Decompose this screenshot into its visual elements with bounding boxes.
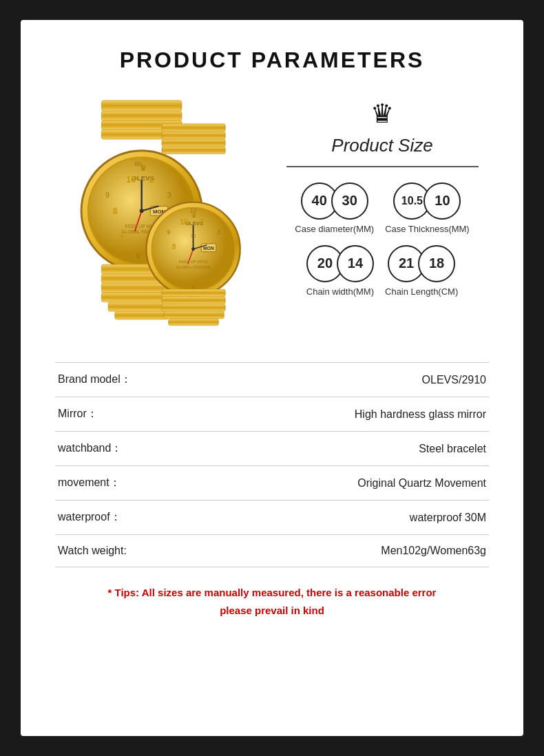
case-diameter-label: Case diameter(MM) <box>295 224 374 234</box>
spec-label: Brand model： <box>55 363 193 397</box>
case-thickness-label: Case Thickness(MM) <box>385 224 470 234</box>
product-size-title: Product Size <box>331 135 432 156</box>
specs-table: Brand model： OLEVS/2910 Mirror： High har… <box>55 362 489 567</box>
size-row-1: 40 30 Case diameter(MM) 10.5 1 <box>295 182 469 234</box>
spec-value: Steel bracelet <box>193 432 489 466</box>
chain-width-circles: 20 14 <box>306 245 374 282</box>
chain-width-women: 14 <box>337 245 374 282</box>
svg-rect-34 <box>162 139 225 147</box>
svg-text:60: 60 <box>134 160 142 167</box>
svg-rect-35 <box>162 147 225 154</box>
case-diameter-circles: 40 30 <box>301 182 368 220</box>
chain-width-group: 20 14 Chain width(MM) <box>306 245 374 297</box>
spec-label: watchband： <box>55 432 193 466</box>
svg-rect-31 <box>115 311 169 319</box>
spec-value: Original Quartz Movement <box>193 466 489 501</box>
svg-rect-61 <box>169 319 219 326</box>
svg-text:9: 9 <box>167 229 170 235</box>
svg-rect-0 <box>101 101 182 112</box>
spec-value: OLEVS/2910 <box>193 363 489 397</box>
spec-value: Men102g/Women63g <box>193 535 489 567</box>
svg-text:3: 3 <box>167 191 171 199</box>
svg-text:MON: MON <box>203 246 214 251</box>
tips-text: * Tips: All sizes are manually measured,… <box>55 584 489 619</box>
svg-rect-1 <box>101 111 182 120</box>
svg-text:7: 7 <box>120 233 125 243</box>
svg-rect-33 <box>162 132 225 139</box>
svg-text:2: 2 <box>149 175 154 185</box>
spec-row: waterproof： waterproof 30M <box>55 501 489 535</box>
watch-image-container: ♛ OLEVS 60 3 6 9 10 2 8 4 7 5 MON <box>55 94 262 342</box>
spec-row: watchband： Steel bracelet <box>55 432 489 466</box>
chain-length-circles: 21 18 <box>388 245 455 282</box>
spec-label: waterproof： <box>55 501 193 535</box>
case-diameter-group: 40 30 Case diameter(MM) <box>295 182 374 234</box>
watch-illustration: ♛ OLEVS 60 3 6 9 10 2 8 4 7 5 MON <box>62 94 255 342</box>
case-thickness-women: 10 <box>423 182 461 220</box>
svg-text:10: 10 <box>126 175 136 185</box>
case-diameter-women: 30 <box>331 182 368 220</box>
svg-rect-58 <box>162 297 225 304</box>
svg-text:KEEP UP WITH: KEEP UP WITH <box>179 260 208 264</box>
chain-length-label: Chain Length(CM) <box>385 286 458 297</box>
spec-label: Watch weight: <box>55 535 193 567</box>
spec-row: Mirror： High hardness glass mirror <box>55 397 489 432</box>
svg-rect-59 <box>162 304 225 312</box>
svg-text:8: 8 <box>113 207 118 216</box>
svg-rect-60 <box>164 311 224 319</box>
chain-length-group: 21 18 Chain Length(CM) <box>385 245 458 297</box>
case-thickness-circles: 10.5 10 <box>393 182 461 220</box>
spec-label: Mirror： <box>55 397 193 432</box>
size-info-panel: ♛ Product Size 40 30 Case diameter(MM) <box>275 94 489 301</box>
spec-label: movement： <box>55 466 193 501</box>
svg-text:6: 6 <box>136 252 140 260</box>
svg-text:9: 9 <box>105 191 109 199</box>
spec-value: waterproof 30M <box>193 501 489 535</box>
crown-icon: ♛ <box>370 101 394 127</box>
spec-row: movement： Original Quartz Movement <box>55 466 489 501</box>
top-section: ♛ OLEVS 60 3 6 9 10 2 8 4 7 5 MON <box>55 94 489 342</box>
svg-text:2: 2 <box>200 218 204 226</box>
spec-row: Watch weight: Men102g/Women63g <box>55 535 489 567</box>
product-parameters-card: PRODUCT PARAMETERS <box>21 20 523 736</box>
spec-row: Brand model： OLEVS/2910 <box>55 363 489 397</box>
spec-value: High hardness glass mirror <box>193 397 489 432</box>
svg-rect-32 <box>162 124 225 132</box>
svg-text:GLOBAL FASHION: GLOBAL FASHION <box>176 265 210 269</box>
svg-text:30: 30 <box>191 233 196 238</box>
svg-text:10: 10 <box>180 218 188 226</box>
svg-point-53 <box>191 247 195 251</box>
size-row-2: 20 14 Chain width(MM) 21 18 <box>306 245 458 297</box>
svg-text:8: 8 <box>171 242 176 251</box>
svg-point-23 <box>140 209 144 213</box>
page-title: PRODUCT PARAMETERS <box>55 48 489 73</box>
svg-rect-57 <box>162 289 225 297</box>
size-divider <box>286 166 479 167</box>
case-thickness-group: 10.5 10 Case Thickness(MM) <box>385 182 470 234</box>
svg-text:3: 3 <box>217 229 220 235</box>
chain-width-label: Chain width(MM) <box>306 286 374 297</box>
chain-length-women: 18 <box>418 245 455 282</box>
svg-text:12: 12 <box>190 207 197 214</box>
